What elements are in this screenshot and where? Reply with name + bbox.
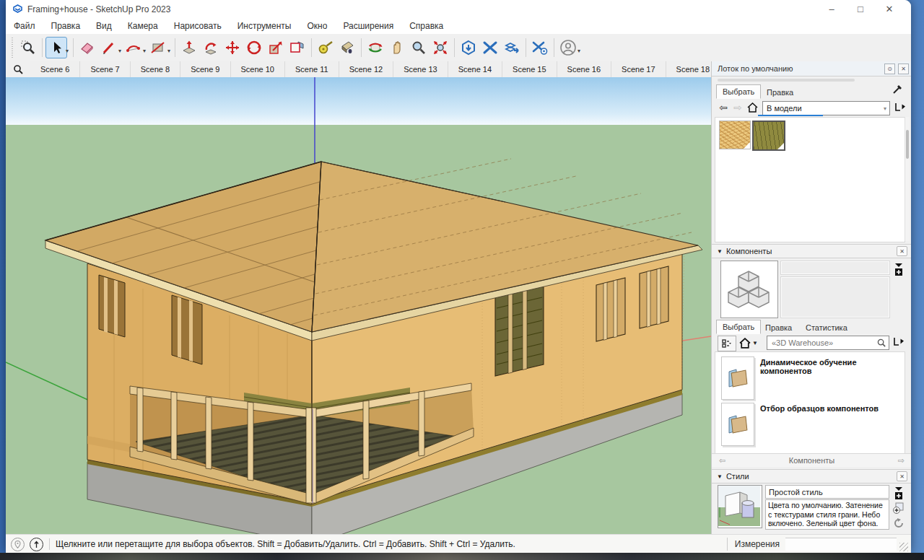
styles-secondary-pane-icon[interactable]	[894, 486, 904, 502]
menu-window[interactable]: Окно	[299, 18, 335, 34]
menu-view[interactable]: Вид	[88, 18, 120, 34]
components-tab-statistics[interactable]: Статистика	[800, 321, 853, 334]
components-search-input[interactable]	[770, 338, 877, 348]
components-sample-icon[interactable]	[892, 335, 905, 349]
zoom-extents-icon[interactable]	[430, 37, 451, 58]
section-plane-icon[interactable]	[287, 37, 308, 58]
component-description-field[interactable]	[781, 277, 889, 318]
components-search-box[interactable]	[767, 336, 889, 350]
scene-tab[interactable]: Scene 14	[448, 61, 502, 77]
push-pull-icon[interactable]	[178, 37, 200, 58]
scene-tab[interactable]: Scene 16	[557, 61, 611, 77]
rectangle-dropdown-icon[interactable]: ▾	[167, 48, 170, 54]
resize-grip[interactable]	[899, 543, 908, 551]
toolbar-drag-handle[interactable]	[10, 38, 14, 58]
account-icon[interactable]	[557, 37, 579, 58]
components-tab-select[interactable]: Выбрать	[716, 320, 761, 334]
scene-tab[interactable]: Scene 17	[611, 61, 666, 77]
zoom-window-icon[interactable]	[17, 37, 39, 58]
select-tool-dropdown-icon[interactable]: ▾	[66, 48, 69, 54]
search-icon[interactable]	[877, 338, 886, 348]
move-tool-icon[interactable]	[222, 37, 243, 58]
scene-tab[interactable]: Scene 9	[180, 61, 230, 77]
pencil-dropdown-icon[interactable]: ▾	[118, 48, 121, 54]
components-section-header[interactable]: ▼ Компоненты ✕	[712, 244, 911, 258]
collapse-triangle-icon[interactable]: ▼	[717, 473, 723, 480]
forward-arrow-icon[interactable]: ⇨	[731, 101, 745, 114]
arc-dropdown-icon[interactable]: ▾	[143, 48, 146, 54]
components-close-icon[interactable]: ✕	[897, 246, 907, 256]
component-name-field[interactable]	[781, 261, 889, 274]
tray-scroll-strip[interactable]	[718, 79, 855, 82]
minimize-button[interactable]: –	[817, 0, 846, 18]
footer-back-icon[interactable]: ⇦	[719, 456, 725, 465]
menu-file[interactable]: Файл	[6, 18, 43, 34]
paint-bucket-icon[interactable]	[336, 37, 358, 58]
footer-forward-icon[interactable]: ⇨	[898, 456, 905, 465]
components-tab-edit[interactable]: Правка	[759, 321, 798, 334]
component-list-item[interactable]: Динамическое обучение компонентов	[721, 356, 905, 400]
scene-tab[interactable]: Scene 12	[339, 61, 393, 77]
select-tool-icon[interactable]	[45, 37, 67, 58]
pencil-line-icon[interactable]	[98, 37, 120, 58]
view-options-icon[interactable]	[718, 336, 736, 351]
scene-search-icon[interactable]	[6, 61, 30, 77]
materials-scrollbar[interactable]	[905, 117, 910, 241]
menu-draw[interactable]: Нарисовать	[166, 18, 230, 34]
secondary-pane-icon[interactable]	[894, 262, 904, 278]
materials-tab-select[interactable]: Выбрать	[716, 84, 761, 99]
back-arrow-icon[interactable]: ⇦	[716, 101, 731, 114]
model-viewport[interactable]	[6, 77, 711, 534]
share-model-icon[interactable]	[501, 37, 523, 58]
style-name-field[interactable]: Простой стиль	[765, 485, 889, 499]
menu-camera[interactable]: Камера	[120, 18, 166, 34]
materials-collection-dropdown[interactable]: В модели ▾	[762, 101, 890, 115]
eyedropper-icon[interactable]	[892, 83, 904, 96]
rotate-tool-icon[interactable]	[243, 37, 265, 58]
extension-warehouse-icon[interactable]	[479, 37, 501, 58]
menu-extensions[interactable]: Расширения	[335, 18, 401, 34]
scale-tool-icon[interactable]	[265, 37, 287, 58]
arc-tool-icon[interactable]	[123, 37, 144, 58]
materials-list[interactable]	[715, 117, 905, 242]
refresh-style-icon[interactable]	[893, 517, 905, 530]
tape-measure-icon[interactable]	[315, 37, 336, 58]
component-list-item[interactable]: Отбор образцов компонентов	[721, 403, 905, 446]
orbit-tool-icon[interactable]	[365, 37, 386, 58]
menu-help[interactable]: Справка	[401, 18, 451, 34]
tray-pin-icon[interactable]: ⊙	[884, 64, 895, 74]
pan-tool-icon[interactable]	[386, 37, 408, 58]
scene-tab[interactable]: Scene 7	[80, 61, 130, 77]
follow-me-icon[interactable]	[200, 37, 222, 58]
scene-tab[interactable]: Scene 10	[231, 61, 285, 77]
scene-tab[interactable]: Scene 6	[30, 61, 80, 77]
components-home-nav[interactable]: ▼	[739, 336, 764, 350]
account-dropdown-icon[interactable]: ▾	[578, 48, 580, 54]
zoom-tool-icon[interactable]	[408, 37, 430, 58]
new-style-icon[interactable]	[892, 502, 905, 515]
credit-attribution-icon[interactable]	[30, 538, 43, 551]
material-swatch-olive-wood[interactable]	[752, 121, 785, 151]
3d-warehouse-icon[interactable]	[458, 37, 479, 58]
component-item-label[interactable]: Динамическое обучение компонентов	[760, 358, 905, 400]
scene-tab[interactable]: Scene 11	[285, 61, 339, 77]
extension-manager-icon[interactable]	[529, 37, 551, 58]
material-swatch-osb[interactable]	[719, 121, 751, 149]
rectangle-tool-icon[interactable]	[147, 37, 169, 58]
collapse-triangle-icon[interactable]: ▼	[717, 248, 723, 255]
eraser-icon[interactable]	[77, 37, 98, 58]
scene-tab[interactable]: Scene 13	[393, 61, 448, 77]
home-icon[interactable]	[745, 101, 759, 114]
menu-tools[interactable]: Инструменты	[230, 18, 300, 34]
styles-section-header[interactable]: ▼ Стили ✕	[712, 469, 911, 484]
materials-tab-edit[interactable]: Правка	[761, 86, 799, 99]
tray-close-icon[interactable]: ✕	[898, 64, 909, 74]
sample-paint-icon[interactable]	[894, 100, 907, 115]
style-description-field[interactable]: Цвета по умолчанию. Затенение с текстура…	[765, 499, 889, 530]
menu-edit[interactable]: Правка	[43, 18, 89, 34]
styles-close-icon[interactable]: ✕	[897, 471, 907, 481]
close-button[interactable]: ✕	[875, 0, 904, 18]
measurements-input[interactable]	[785, 538, 897, 551]
maximize-button[interactable]: □	[846, 0, 875, 18]
scene-tab[interactable]: Scene 8	[131, 61, 180, 77]
